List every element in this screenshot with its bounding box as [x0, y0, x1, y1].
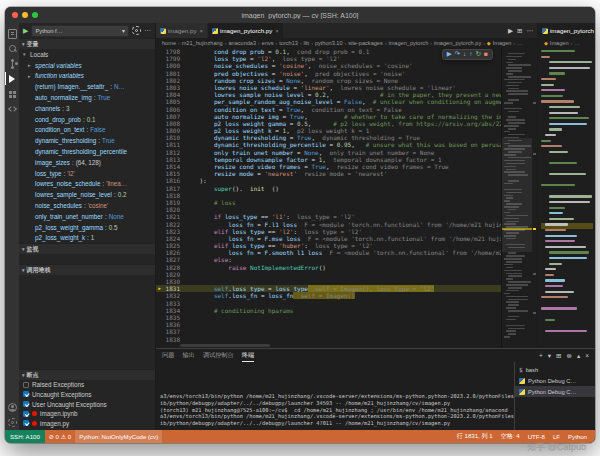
- secondary-editor-content[interactable]: [538, 48, 595, 348]
- line-number[interactable]: 1810: [163, 134, 185, 141]
- code-line[interactable]: 1825 elif loss_type == 'huber': loss_typ…: [156, 242, 501, 249]
- code-line[interactable]: 1835: [156, 314, 501, 321]
- line-number[interactable]: 1801: [163, 70, 185, 77]
- line-number[interactable]: 1829: [163, 271, 185, 278]
- breakpoint-checkbox[interactable]: [23, 411, 29, 417]
- run-python-file-button[interactable]: ▶: [508, 27, 513, 35]
- breadcrumb-item[interactable]: imagen_pytorch: [388, 40, 428, 46]
- tab-imagen.py[interactable]: imagen.py×: [156, 23, 208, 38]
- tab-imagen_pytorch.py[interactable]: imagen_pytorch.py×: [538, 23, 595, 38]
- code-line[interactable]: 1828 raise NotImplementedError(): [156, 264, 501, 271]
- line-number[interactable]: 1826: [163, 249, 185, 256]
- close-window-button[interactable]: [12, 12, 18, 18]
- line-number[interactable]: 1828: [163, 264, 185, 271]
- code-line[interactable]: 1836: [156, 321, 501, 328]
- terminal-session-Python Debug C…[interactable]: Python Debug C…: [515, 386, 595, 397]
- code-line[interactable]: 1832 self.loss_fn = loss_fn self = Image…: [156, 292, 501, 299]
- activitybar-item-accounts[interactable]: [5, 400, 19, 415]
- variables-scope-row[interactable]: ▾Locals: [19, 49, 155, 60]
- activitybar-item-search[interactable]: [5, 41, 19, 56]
- line-number[interactable]: 1838: [163, 336, 185, 343]
- restart-button[interactable]: ↻: [476, 51, 481, 58]
- code-line[interactable]: 1815 resize_mode = 'nearest' resize_mode…: [156, 170, 501, 177]
- line-number[interactable]: 1834: [163, 307, 185, 314]
- breadcrumb-item[interactable]: …: [574, 40, 580, 46]
- code-line[interactable]: 1823 elif loss_type == 'l2': loss_type =…: [156, 228, 501, 235]
- line-number[interactable]: 1802: [163, 77, 185, 84]
- close-icon[interactable]: ×: [275, 28, 279, 34]
- more-icon[interactable]: ⋯: [144, 27, 151, 34]
- variable-row[interactable]: only_train_unet_number:None: [19, 211, 155, 222]
- code-line[interactable]: 1813 temporal_downsample_factor = 1, tem…: [156, 156, 501, 163]
- line-number[interactable]: 1804: [163, 91, 185, 98]
- breakpoint-checkbox[interactable]: [23, 391, 29, 397]
- status-item[interactable]: Python: NotOnlyMyCode (cv): [75, 430, 162, 443]
- step-out-button[interactable]: ↑: [469, 51, 472, 58]
- gear-icon[interactable]: [132, 26, 141, 35]
- variable-row[interactable]: loss_type:'l2': [19, 168, 155, 179]
- breadcrumb-item[interactable]: Imagen: [493, 40, 512, 46]
- variable-row[interactable]: noise_schedules:'cosine': [19, 200, 155, 211]
- code-line[interactable]: 1812 only_train_unet_number = None, only…: [156, 149, 501, 156]
- continue-button[interactable]: ▶: [447, 51, 452, 58]
- code-line[interactable]: 1809 p2_loss_weight_k = 1, p2_loss_weigh…: [156, 127, 501, 134]
- minimize-window-button[interactable]: [22, 12, 28, 18]
- variable-row[interactable]: p2_loss_weight_gamma:0.5: [19, 222, 155, 233]
- panel-tab-调试控制台[interactable]: 调试控制台: [203, 349, 234, 362]
- breadcrumb-item[interactable]: imagen_pytorch.py: [434, 40, 481, 46]
- variable-row[interactable]: ▸special variables: [19, 60, 155, 71]
- breadcrumb-item[interactable]: python3.10: [315, 40, 343, 46]
- breakpoint-row[interactable]: Raised Exceptions: [19, 380, 155, 390]
- debug-config-select[interactable]: Python f… ▾: [31, 25, 129, 37]
- breakpoint-checkbox[interactable]: [23, 420, 29, 426]
- breakpoint-row[interactable]: imagen.py: [19, 418, 155, 428]
- breadcrumb-item[interactable]: site-packages: [348, 40, 383, 46]
- code-line[interactable]: 1817 super().__init__(): [156, 185, 501, 192]
- line-number[interactable]: 1811: [163, 141, 185, 148]
- line-number[interactable]: 1817: [163, 185, 185, 192]
- new-terminal-button[interactable]: +: [539, 352, 543, 359]
- code-line[interactable]: 1802 random_crop_sizes = None, random_cr…: [156, 77, 501, 84]
- variable-row[interactable]: dynamic_thresholding_percentile: [19, 146, 155, 157]
- breakpoint-checkbox[interactable]: [23, 401, 29, 407]
- breakpoint-checkbox[interactable]: [23, 382, 29, 388]
- section-header-variables[interactable]: ▾ 变量: [19, 38, 155, 49]
- code-line[interactable]: 1819 # loss: [156, 199, 501, 206]
- code-line[interactable]: 1822 loss_fn = F.l1_loss F = <module 'to…: [156, 221, 501, 228]
- split-terminal-button[interactable]: ⊞: [556, 352, 561, 360]
- variable-row[interactable]: cond_drop_prob:0.1: [19, 114, 155, 125]
- breadcrumb-item[interactable]: lib: [304, 40, 310, 46]
- code-line[interactable]: 1816 ):: [156, 177, 501, 184]
- line-number[interactable]: 1814: [163, 163, 185, 170]
- code-line[interactable]: 1814 resize_cond_video_frames = True, re…: [156, 163, 501, 170]
- activitybar-item-remote-explorer[interactable]: [5, 101, 19, 116]
- line-number[interactable]: 1813: [163, 156, 185, 163]
- line-number[interactable]: 1818: [163, 192, 185, 199]
- activitybar-item-explorer[interactable]: [5, 26, 19, 41]
- code-line[interactable]: 1830: [156, 278, 501, 285]
- variable-row[interactable]: lowres_sample_noise_level:0.2: [19, 189, 155, 200]
- terminal-output[interactable]: a3/envs/torch13/bin/python /home/m21_huj…: [156, 362, 514, 430]
- horizontal-scrollbar[interactable]: [180, 344, 497, 348]
- breakpoint-row[interactable]: Uncaught Exceptions: [19, 390, 155, 400]
- line-number[interactable]: 1835: [163, 314, 185, 321]
- code-area[interactable]: 1798 cond_drop_prob = 0.1, cond_drop_pro…: [156, 48, 501, 348]
- activitybar-item-source-control[interactable]: [5, 56, 19, 71]
- line-number[interactable]: 1806: [163, 106, 185, 113]
- remote-indicator[interactable]: SSH: A100: [5, 430, 45, 443]
- breakpoint-row[interactable]: imagen.ipynb: [19, 409, 155, 419]
- line-number[interactable]: 1800: [163, 62, 185, 69]
- variable-row[interactable]: condition_on_text:False: [19, 125, 155, 136]
- close-icon[interactable]: ×: [200, 28, 204, 34]
- code-line[interactable]: 1800 noise_schedules = 'cosine', noise_s…: [156, 62, 501, 69]
- code-line[interactable]: 1818: [156, 192, 501, 199]
- tab-imagen_pytorch.py[interactable]: imagen_pytorch.py×: [208, 23, 284, 38]
- breadcrumb-item[interactable]: m21_hujinzhang: [182, 40, 223, 46]
- variable-row[interactable]: p2_loss_weight_k:1: [19, 233, 155, 244]
- code-line[interactable]: 1829: [156, 271, 501, 278]
- breakpoint-row[interactable]: User Uncaught Exceptions: [19, 399, 155, 409]
- breadcrumb-item[interactable]: Imagen: [550, 40, 569, 46]
- maximize-panel-button[interactable]: ▴: [577, 352, 580, 360]
- code-line[interactable]: 1834 # conditioning hparams: [156, 307, 501, 314]
- activitybar-item-extensions[interactable]: [5, 86, 19, 101]
